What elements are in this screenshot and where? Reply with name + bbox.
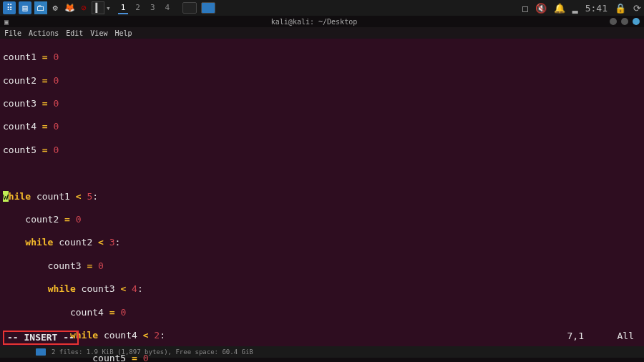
dropdown-icon[interactable]: ▾ xyxy=(106,4,111,13)
window-controls xyxy=(610,18,640,25)
cursor-position: 7,1 xyxy=(567,331,584,345)
code-line: while count2 < 3: xyxy=(3,237,641,248)
taskbar-running-apps xyxy=(182,2,522,14)
code-line xyxy=(3,167,641,179)
firefox-icon[interactable]: 🦊 xyxy=(63,1,76,14)
workspace-3[interactable]: 3 xyxy=(147,2,158,14)
scroll-indicator: All xyxy=(618,331,634,342)
lock-icon[interactable]: 🔒 xyxy=(615,3,626,14)
quick-settings-icon[interactable]: ⚙ xyxy=(49,1,62,14)
window-title: kali@kali: ~/Desktop xyxy=(19,18,610,26)
menu-actions[interactable]: Actions xyxy=(29,29,59,37)
workspace-switcher: 1 2 3 4 xyxy=(118,2,173,14)
terminal-launcher-icon[interactable]: ▍ xyxy=(92,1,104,14)
network-icon[interactable]: ▂ xyxy=(572,3,578,14)
code-line: while count1 < 5: xyxy=(3,191,641,202)
menu-edit[interactable]: Edit xyxy=(66,29,83,37)
window-app-icon: ▣ xyxy=(4,18,19,26)
code-line: count1 = 0 xyxy=(3,52,641,63)
workspace-1[interactable]: 1 xyxy=(118,2,129,14)
clock[interactable]: 5:41 xyxy=(585,3,608,14)
window-titlebar: ▣ kali@kali: ~/Desktop xyxy=(0,16,644,27)
workspace-2[interactable]: 2 xyxy=(132,2,143,14)
cursor: w xyxy=(3,191,9,202)
code-line: count5 = 0 xyxy=(3,145,641,156)
sound-muted-icon[interactable]: 🔇 xyxy=(535,3,547,14)
code-line: count5 = 0 xyxy=(3,353,641,362)
taskbar-left: ⠿ ▤ 🗀 ⚙ 🦊 ⊘ ▍ ▾ 1 2 3 4 xyxy=(3,1,172,14)
menu-view[interactable]: View xyxy=(90,29,107,37)
code-line: while count3 < 4: xyxy=(3,283,641,295)
power-icon[interactable]: ⟳ xyxy=(633,3,641,14)
code-line: count3 = 0 xyxy=(3,98,641,109)
notifications-icon[interactable]: 🔔 xyxy=(554,3,565,14)
close-button[interactable] xyxy=(633,18,640,25)
noscript-icon[interactable]: ⊘ xyxy=(77,1,90,14)
vim-editor[interactable]: count1 = 0 count2 = 0 count3 = 0 count4 … xyxy=(0,39,644,346)
vim-statusline: -- INSERT -- 7,1 All xyxy=(0,331,644,346)
minimize-button[interactable] xyxy=(610,18,617,25)
menubar: File Actions Edit View Help xyxy=(0,27,644,39)
app-launcher-icon[interactable]: ▤ xyxy=(19,1,31,14)
code-line: count2 = 0 xyxy=(3,214,641,225)
system-tray: □ 🔇 🔔 ▂ 5:41 🔒 ⟳ xyxy=(522,3,641,14)
code-line: count4 = 0 xyxy=(3,307,641,318)
start-menu-icon[interactable]: ⠿ xyxy=(3,1,16,14)
running-terminal-icon[interactable] xyxy=(182,2,197,14)
file-manager-icon[interactable]: 🗀 xyxy=(34,1,47,14)
recorder-icon[interactable]: □ xyxy=(522,3,528,14)
running-app-icon[interactable] xyxy=(201,2,215,14)
vim-mode-indicator: -- INSERT -- xyxy=(3,331,79,345)
workspace-4[interactable]: 4 xyxy=(162,2,173,14)
system-taskbar: ⠿ ▤ 🗀 ⚙ 🦊 ⊘ ▍ ▾ 1 2 3 4 □ 🔇 🔔 ▂ 5:41 🔒 ⟳ xyxy=(0,0,644,16)
code-line: count2 = 0 xyxy=(3,75,641,87)
menu-help[interactable]: Help xyxy=(114,29,132,37)
maximize-button[interactable] xyxy=(621,18,628,25)
menu-file[interactable]: File xyxy=(4,29,21,37)
code-line: count4 = 0 xyxy=(3,121,641,132)
code-line: count3 = 0 xyxy=(3,260,641,272)
